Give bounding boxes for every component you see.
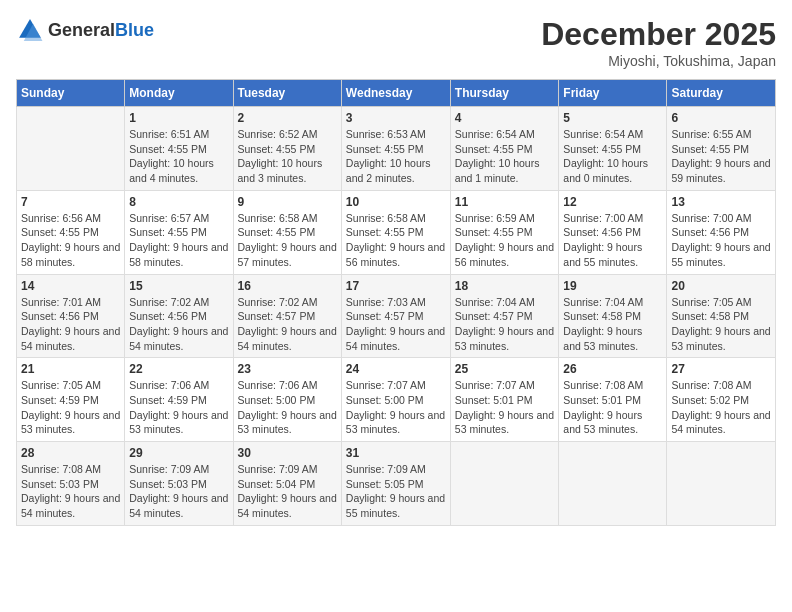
calendar-cell: [450, 442, 559, 526]
day-info: Sunrise: 7:04 AMSunset: 4:57 PMDaylight:…: [455, 295, 555, 354]
day-info: Sunrise: 6:58 AMSunset: 4:55 PMDaylight:…: [346, 211, 446, 270]
day-number: 29: [129, 446, 228, 460]
calendar-cell: 25 Sunrise: 7:07 AMSunset: 5:01 PMDaylig…: [450, 358, 559, 442]
logo-general: General: [48, 20, 115, 40]
page-header: GeneralBlue December 2025 Miyoshi, Tokus…: [16, 16, 776, 69]
day-number: 2: [238, 111, 337, 125]
day-info: Sunrise: 7:04 AMSunset: 4:58 PMDaylight:…: [563, 295, 662, 354]
calendar-cell: 4 Sunrise: 6:54 AMSunset: 4:55 PMDayligh…: [450, 107, 559, 191]
calendar-cell: 15 Sunrise: 7:02 AMSunset: 4:56 PMDaylig…: [125, 274, 233, 358]
calendar-cell: 20 Sunrise: 7:05 AMSunset: 4:58 PMDaylig…: [667, 274, 776, 358]
day-info: Sunrise: 7:09 AMSunset: 5:04 PMDaylight:…: [238, 462, 337, 521]
calendar-cell: 26 Sunrise: 7:08 AMSunset: 5:01 PMDaylig…: [559, 358, 667, 442]
day-number: 12: [563, 195, 662, 209]
day-number: 20: [671, 279, 771, 293]
day-number: 1: [129, 111, 228, 125]
day-number: 31: [346, 446, 446, 460]
calendar-cell: [559, 442, 667, 526]
calendar-cell: 11 Sunrise: 6:59 AMSunset: 4:55 PMDaylig…: [450, 190, 559, 274]
logo-blue: Blue: [115, 20, 154, 40]
calendar-cell: [17, 107, 125, 191]
day-info: Sunrise: 6:58 AMSunset: 4:55 PMDaylight:…: [238, 211, 337, 270]
calendar-cell: 9 Sunrise: 6:58 AMSunset: 4:55 PMDayligh…: [233, 190, 341, 274]
calendar-week-row: 7 Sunrise: 6:56 AMSunset: 4:55 PMDayligh…: [17, 190, 776, 274]
day-number: 7: [21, 195, 120, 209]
calendar-cell: 17 Sunrise: 7:03 AMSunset: 4:57 PMDaylig…: [341, 274, 450, 358]
day-info: Sunrise: 6:56 AMSunset: 4:55 PMDaylight:…: [21, 211, 120, 270]
calendar-week-row: 1 Sunrise: 6:51 AMSunset: 4:55 PMDayligh…: [17, 107, 776, 191]
calendar-cell: 14 Sunrise: 7:01 AMSunset: 4:56 PMDaylig…: [17, 274, 125, 358]
day-number: 22: [129, 362, 228, 376]
calendar-cell: 18 Sunrise: 7:04 AMSunset: 4:57 PMDaylig…: [450, 274, 559, 358]
day-info: Sunrise: 7:02 AMSunset: 4:56 PMDaylight:…: [129, 295, 228, 354]
location: Miyoshi, Tokushima, Japan: [541, 53, 776, 69]
day-info: Sunrise: 7:08 AMSunset: 5:01 PMDaylight:…: [563, 378, 662, 437]
day-info: Sunrise: 7:08 AMSunset: 5:03 PMDaylight:…: [21, 462, 120, 521]
day-number: 23: [238, 362, 337, 376]
day-info: Sunrise: 7:06 AMSunset: 5:00 PMDaylight:…: [238, 378, 337, 437]
day-info: Sunrise: 6:57 AMSunset: 4:55 PMDaylight:…: [129, 211, 228, 270]
month-year: December 2025: [541, 16, 776, 53]
calendar-week-row: 14 Sunrise: 7:01 AMSunset: 4:56 PMDaylig…: [17, 274, 776, 358]
day-info: Sunrise: 6:54 AMSunset: 4:55 PMDaylight:…: [563, 127, 662, 186]
day-info: Sunrise: 7:07 AMSunset: 5:00 PMDaylight:…: [346, 378, 446, 437]
day-info: Sunrise: 7:09 AMSunset: 5:03 PMDaylight:…: [129, 462, 228, 521]
day-number: 8: [129, 195, 228, 209]
day-info: Sunrise: 7:05 AMSunset: 4:58 PMDaylight:…: [671, 295, 771, 354]
day-info: Sunrise: 6:59 AMSunset: 4:55 PMDaylight:…: [455, 211, 555, 270]
day-number: 19: [563, 279, 662, 293]
title-block: December 2025 Miyoshi, Tokushima, Japan: [541, 16, 776, 69]
day-number: 10: [346, 195, 446, 209]
day-info: Sunrise: 7:06 AMSunset: 4:59 PMDaylight:…: [129, 378, 228, 437]
calendar-cell: 5 Sunrise: 6:54 AMSunset: 4:55 PMDayligh…: [559, 107, 667, 191]
day-info: Sunrise: 6:54 AMSunset: 4:55 PMDaylight:…: [455, 127, 555, 186]
day-number: 18: [455, 279, 555, 293]
calendar-cell: [667, 442, 776, 526]
calendar-cell: 30 Sunrise: 7:09 AMSunset: 5:04 PMDaylig…: [233, 442, 341, 526]
calendar-cell: 16 Sunrise: 7:02 AMSunset: 4:57 PMDaylig…: [233, 274, 341, 358]
calendar-cell: 29 Sunrise: 7:09 AMSunset: 5:03 PMDaylig…: [125, 442, 233, 526]
weekday-header-row: SundayMondayTuesdayWednesdayThursdayFrid…: [17, 80, 776, 107]
calendar-cell: 7 Sunrise: 6:56 AMSunset: 4:55 PMDayligh…: [17, 190, 125, 274]
day-number: 30: [238, 446, 337, 460]
day-info: Sunrise: 7:00 AMSunset: 4:56 PMDaylight:…: [671, 211, 771, 270]
calendar-cell: 21 Sunrise: 7:05 AMSunset: 4:59 PMDaylig…: [17, 358, 125, 442]
calendar-week-row: 21 Sunrise: 7:05 AMSunset: 4:59 PMDaylig…: [17, 358, 776, 442]
day-info: Sunrise: 7:09 AMSunset: 5:05 PMDaylight:…: [346, 462, 446, 521]
day-number: 13: [671, 195, 771, 209]
day-number: 24: [346, 362, 446, 376]
calendar-cell: 22 Sunrise: 7:06 AMSunset: 4:59 PMDaylig…: [125, 358, 233, 442]
weekday-header-sunday: Sunday: [17, 80, 125, 107]
day-number: 9: [238, 195, 337, 209]
calendar-cell: 1 Sunrise: 6:51 AMSunset: 4:55 PMDayligh…: [125, 107, 233, 191]
weekday-header-thursday: Thursday: [450, 80, 559, 107]
calendar-cell: 19 Sunrise: 7:04 AMSunset: 4:58 PMDaylig…: [559, 274, 667, 358]
day-number: 14: [21, 279, 120, 293]
day-info: Sunrise: 6:52 AMSunset: 4:55 PMDaylight:…: [238, 127, 337, 186]
day-number: 17: [346, 279, 446, 293]
calendar-table: SundayMondayTuesdayWednesdayThursdayFrid…: [16, 79, 776, 526]
calendar-cell: 10 Sunrise: 6:58 AMSunset: 4:55 PMDaylig…: [341, 190, 450, 274]
day-info: Sunrise: 7:01 AMSunset: 4:56 PMDaylight:…: [21, 295, 120, 354]
day-info: Sunrise: 7:00 AMSunset: 4:56 PMDaylight:…: [563, 211, 662, 270]
day-info: Sunrise: 7:05 AMSunset: 4:59 PMDaylight:…: [21, 378, 120, 437]
calendar-cell: 8 Sunrise: 6:57 AMSunset: 4:55 PMDayligh…: [125, 190, 233, 274]
calendar-cell: 28 Sunrise: 7:08 AMSunset: 5:03 PMDaylig…: [17, 442, 125, 526]
day-number: 21: [21, 362, 120, 376]
day-info: Sunrise: 7:03 AMSunset: 4:57 PMDaylight:…: [346, 295, 446, 354]
calendar-cell: 12 Sunrise: 7:00 AMSunset: 4:56 PMDaylig…: [559, 190, 667, 274]
day-number: 6: [671, 111, 771, 125]
calendar-cell: 6 Sunrise: 6:55 AMSunset: 4:55 PMDayligh…: [667, 107, 776, 191]
weekday-header-wednesday: Wednesday: [341, 80, 450, 107]
calendar-week-row: 28 Sunrise: 7:08 AMSunset: 5:03 PMDaylig…: [17, 442, 776, 526]
calendar-cell: 13 Sunrise: 7:00 AMSunset: 4:56 PMDaylig…: [667, 190, 776, 274]
calendar-cell: 24 Sunrise: 7:07 AMSunset: 5:00 PMDaylig…: [341, 358, 450, 442]
weekday-header-monday: Monday: [125, 80, 233, 107]
day-number: 3: [346, 111, 446, 125]
calendar-cell: 2 Sunrise: 6:52 AMSunset: 4:55 PMDayligh…: [233, 107, 341, 191]
calendar-cell: 27 Sunrise: 7:08 AMSunset: 5:02 PMDaylig…: [667, 358, 776, 442]
day-info: Sunrise: 7:08 AMSunset: 5:02 PMDaylight:…: [671, 378, 771, 437]
day-info: Sunrise: 6:51 AMSunset: 4:55 PMDaylight:…: [129, 127, 228, 186]
day-info: Sunrise: 6:53 AMSunset: 4:55 PMDaylight:…: [346, 127, 446, 186]
day-number: 27: [671, 362, 771, 376]
